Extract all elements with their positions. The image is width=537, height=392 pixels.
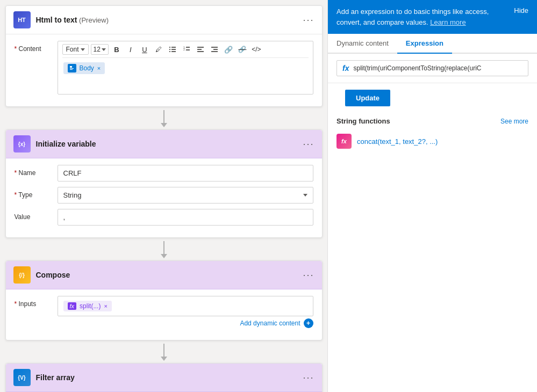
expression-input-box: fx split(trim(uriComponentToString(repla… <box>336 60 528 76</box>
initialize-variable-card: {x} Initialize variable ··· * Name <box>5 129 323 238</box>
italic-button[interactable]: I <box>125 43 137 55</box>
html-to-text-card: HT Html to text (Preview) ··· * Content <box>5 5 323 107</box>
split-expr-tag: fx split(...) × <box>63 301 112 311</box>
code-button[interactable]: </> <box>250 43 262 55</box>
init-var-title: Initialize variable <box>36 140 303 148</box>
see-more-link[interactable]: See more <box>500 118 528 125</box>
filter-array-header: {V} Filter array ··· <box>6 364 322 392</box>
svg-rect-7 <box>186 47 190 48</box>
expression-panel: Add an expression to do basic things lik… <box>327 0 537 392</box>
concat-function-label[interactable]: concat(text_1, text_2?, ...) <box>357 137 438 146</box>
font-size-chevron <box>102 48 106 51</box>
svg-rect-13 <box>211 47 218 48</box>
font-select[interactable]: Font <box>62 44 89 55</box>
highlight-button[interactable]: 🖊 <box>153 43 164 55</box>
value-input[interactable] <box>58 209 313 226</box>
expression-input-area: fx split(trim(uriComponentToString(repla… <box>328 54 537 83</box>
tab-expression[interactable]: Expression <box>397 34 452 54</box>
body-tag-close[interactable]: × <box>97 65 101 71</box>
inputs-field-row: * Inputs fx split(...) × Add dynamic con… <box>15 296 313 328</box>
bold-button[interactable]: B <box>111 43 123 55</box>
unlink-button[interactable]: 🔗 <box>237 43 248 55</box>
functions-section: String functions See more fx concat(text… <box>328 113 537 392</box>
connector-3 <box>161 344 167 361</box>
bullet-list-button[interactable] <box>167 43 178 55</box>
html-to-text-icon: HT <box>13 11 31 28</box>
name-field-row: * Name <box>15 165 313 182</box>
panel-header-text: Add an expression to do basic things lik… <box>336 6 505 27</box>
svg-rect-1 <box>171 47 176 48</box>
filter-array-icon: {V} <box>13 369 31 386</box>
svg-rect-15 <box>211 51 218 52</box>
svg-rect-4 <box>169 51 170 52</box>
update-button-area: Update <box>328 83 537 113</box>
type-field-row: * Type String <box>15 187 313 204</box>
init-var-icon: {x} <box>13 135 31 153</box>
add-dynamic-plus-button[interactable]: + <box>304 318 313 328</box>
svg-text:2.: 2. <box>183 48 185 51</box>
init-var-header: {x} Initialize variable ··· <box>6 130 322 158</box>
underline-button[interactable]: U <box>139 43 151 55</box>
value-label: Value <box>15 209 58 221</box>
compose-body: * Inputs fx split(...) × Add dynamic con… <box>6 289 322 340</box>
link-button[interactable]: 🔗 <box>223 43 234 55</box>
font-size-select[interactable]: 12 <box>91 44 109 55</box>
learn-more-link[interactable]: Learn more <box>430 18 466 26</box>
filter-array-more-button[interactable]: ··· <box>303 372 314 383</box>
svg-rect-2 <box>169 49 170 50</box>
content-rich-editor: Font 12 B I U 🖊 <box>58 41 313 95</box>
numbered-list-button[interactable]: 1. 2. <box>181 43 192 55</box>
align-left-button[interactable] <box>195 43 206 55</box>
content-tag-area: Body × <box>62 61 309 75</box>
tab-dynamic-content[interactable]: Dynamic content <box>328 34 397 54</box>
html-to-text-header: HT Html to text (Preview) ··· <box>6 6 322 34</box>
value-field-row: Value <box>15 209 313 226</box>
connector-2 <box>161 241 167 258</box>
svg-rect-16 <box>70 66 72 68</box>
rich-text-toolbar: Font 12 B I U 🖊 <box>58 41 313 95</box>
add-dynamic-link[interactable]: Add dynamic content <box>240 320 300 327</box>
panel-tabs: Dynamic content Expression <box>328 34 537 54</box>
concat-function-item: fx concat(text_1, text_2?, ...) <box>336 129 528 153</box>
svg-rect-12 <box>197 51 204 52</box>
svg-rect-3 <box>171 49 176 50</box>
expression-text: split(trim(uriComponentToString(replace(… <box>353 64 522 72</box>
name-label: * Name <box>15 165 58 177</box>
inputs-field[interactable]: fx split(...) × <box>58 296 313 316</box>
compose-more-button[interactable]: ··· <box>303 270 314 281</box>
svg-rect-10 <box>197 47 204 48</box>
body-tag: Body × <box>63 62 105 74</box>
svg-rect-11 <box>197 49 202 50</box>
init-var-more-button[interactable]: ··· <box>303 139 314 150</box>
panel-header: Add an expression to do basic things lik… <box>328 0 537 34</box>
compose-title: Compose <box>36 271 303 279</box>
svg-rect-17 <box>70 68 74 69</box>
inputs-label: * Inputs <box>15 296 58 308</box>
concat-function-icon: fx <box>336 134 352 149</box>
content-label: * Content <box>15 41 58 53</box>
svg-rect-9 <box>186 49 190 50</box>
align-right-button[interactable] <box>209 43 220 55</box>
font-select-chevron <box>81 48 85 51</box>
svg-rect-5 <box>171 51 176 52</box>
type-label: * Type <box>15 187 58 199</box>
filter-array-title: Filter array <box>36 373 303 382</box>
svg-rect-14 <box>213 49 218 50</box>
compose-card: {/} Compose ··· * Inputs fx split(...) <box>5 260 323 340</box>
name-input[interactable] <box>58 165 313 182</box>
filter-array-card: {V} Filter array ··· * From {/} <box>5 363 323 392</box>
toolbar-controls: Font 12 B I U 🖊 <box>62 43 309 58</box>
functions-header: String functions See more <box>336 117 528 125</box>
type-select[interactable]: String <box>58 187 313 204</box>
fx-label: fx <box>342 64 349 72</box>
functions-title: String functions <box>336 117 390 125</box>
update-button[interactable]: Update <box>345 90 390 106</box>
split-tag-close[interactable]: × <box>104 303 107 309</box>
html-to-text-title: Html to text (Preview) <box>36 16 303 24</box>
add-dynamic-row: Add dynamic content + <box>58 316 313 328</box>
content-field-row: * Content Font 12 <box>15 41 313 95</box>
panel-hide-button[interactable]: Hide <box>505 6 528 14</box>
body-tag-icon <box>68 64 76 72</box>
connector-1 <box>161 110 167 127</box>
html-to-text-more-button[interactable]: ··· <box>303 14 314 26</box>
